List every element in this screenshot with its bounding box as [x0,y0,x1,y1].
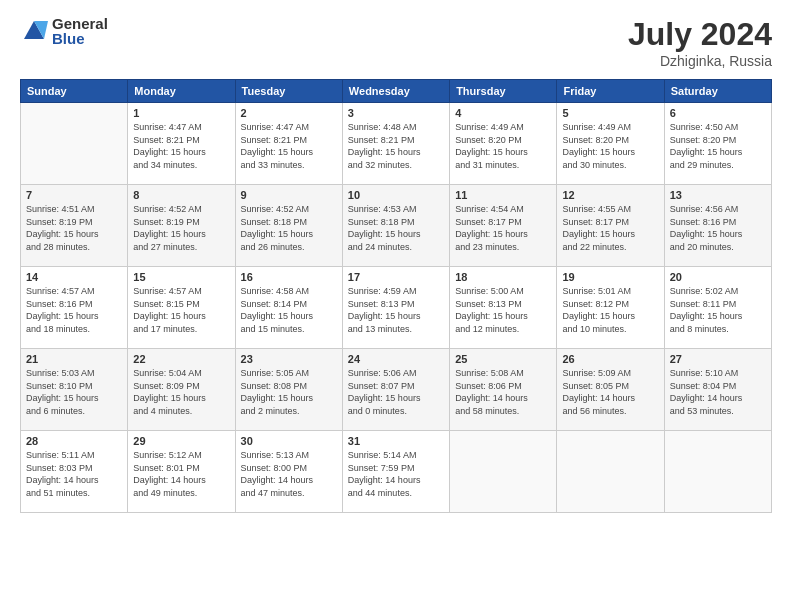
col-saturday: Saturday [664,80,771,103]
calendar-week-row: 7Sunrise: 4:51 AM Sunset: 8:19 PM Daylig… [21,185,772,267]
table-row: 13Sunrise: 4:56 AM Sunset: 8:16 PM Dayli… [664,185,771,267]
day-info: Sunrise: 5:00 AM Sunset: 8:13 PM Dayligh… [455,285,551,335]
day-number: 20 [670,271,766,283]
day-number: 3 [348,107,444,119]
calendar-week-row: 28Sunrise: 5:11 AM Sunset: 8:03 PM Dayli… [21,431,772,513]
day-number: 28 [26,435,122,447]
table-row: 6Sunrise: 4:50 AM Sunset: 8:20 PM Daylig… [664,103,771,185]
calendar-week-row: 14Sunrise: 4:57 AM Sunset: 8:16 PM Dayli… [21,267,772,349]
day-info: Sunrise: 5:06 AM Sunset: 8:07 PM Dayligh… [348,367,444,417]
table-row: 14Sunrise: 4:57 AM Sunset: 8:16 PM Dayli… [21,267,128,349]
day-number: 19 [562,271,658,283]
day-info: Sunrise: 4:51 AM Sunset: 8:19 PM Dayligh… [26,203,122,253]
logo: General Blue [20,16,108,46]
table-row: 31Sunrise: 5:14 AM Sunset: 7:59 PM Dayli… [342,431,449,513]
title-block: July 2024 Dzhiginka, Russia [628,16,772,69]
day-number: 25 [455,353,551,365]
day-number: 1 [133,107,229,119]
logo-general: General [52,16,108,31]
day-info: Sunrise: 5:02 AM Sunset: 8:11 PM Dayligh… [670,285,766,335]
table-row: 2Sunrise: 4:47 AM Sunset: 8:21 PM Daylig… [235,103,342,185]
day-info: Sunrise: 4:57 AM Sunset: 8:16 PM Dayligh… [26,285,122,335]
day-number: 14 [26,271,122,283]
day-number: 21 [26,353,122,365]
day-number: 27 [670,353,766,365]
col-wednesday: Wednesday [342,80,449,103]
day-info: Sunrise: 5:04 AM Sunset: 8:09 PM Dayligh… [133,367,229,417]
day-info: Sunrise: 4:47 AM Sunset: 8:21 PM Dayligh… [241,121,337,171]
day-number: 8 [133,189,229,201]
table-row [557,431,664,513]
col-monday: Monday [128,80,235,103]
table-row: 17Sunrise: 4:59 AM Sunset: 8:13 PM Dayli… [342,267,449,349]
day-info: Sunrise: 4:55 AM Sunset: 8:17 PM Dayligh… [562,203,658,253]
table-row: 11Sunrise: 4:54 AM Sunset: 8:17 PM Dayli… [450,185,557,267]
col-tuesday: Tuesday [235,80,342,103]
calendar-week-row: 21Sunrise: 5:03 AM Sunset: 8:10 PM Dayli… [21,349,772,431]
day-number: 30 [241,435,337,447]
table-row [664,431,771,513]
day-number: 10 [348,189,444,201]
table-row: 9Sunrise: 4:52 AM Sunset: 8:18 PM Daylig… [235,185,342,267]
day-number: 17 [348,271,444,283]
table-row: 4Sunrise: 4:49 AM Sunset: 8:20 PM Daylig… [450,103,557,185]
day-info: Sunrise: 5:09 AM Sunset: 8:05 PM Dayligh… [562,367,658,417]
day-info: Sunrise: 5:14 AM Sunset: 7:59 PM Dayligh… [348,449,444,499]
calendar-header-row: Sunday Monday Tuesday Wednesday Thursday… [21,80,772,103]
day-number: 12 [562,189,658,201]
table-row: 10Sunrise: 4:53 AM Sunset: 8:18 PM Dayli… [342,185,449,267]
day-number: 6 [670,107,766,119]
day-info: Sunrise: 5:10 AM Sunset: 8:04 PM Dayligh… [670,367,766,417]
day-number: 18 [455,271,551,283]
day-number: 24 [348,353,444,365]
day-info: Sunrise: 5:08 AM Sunset: 8:06 PM Dayligh… [455,367,551,417]
day-info: Sunrise: 4:52 AM Sunset: 8:19 PM Dayligh… [133,203,229,253]
table-row: 7Sunrise: 4:51 AM Sunset: 8:19 PM Daylig… [21,185,128,267]
calendar-week-row: 1Sunrise: 4:47 AM Sunset: 8:21 PM Daylig… [21,103,772,185]
day-info: Sunrise: 4:54 AM Sunset: 8:17 PM Dayligh… [455,203,551,253]
table-row: 25Sunrise: 5:08 AM Sunset: 8:06 PM Dayli… [450,349,557,431]
day-number: 22 [133,353,229,365]
day-number: 13 [670,189,766,201]
day-info: Sunrise: 4:52 AM Sunset: 8:18 PM Dayligh… [241,203,337,253]
table-row: 20Sunrise: 5:02 AM Sunset: 8:11 PM Dayli… [664,267,771,349]
table-row: 16Sunrise: 4:58 AM Sunset: 8:14 PM Dayli… [235,267,342,349]
table-row: 5Sunrise: 4:49 AM Sunset: 8:20 PM Daylig… [557,103,664,185]
day-info: Sunrise: 4:47 AM Sunset: 8:21 PM Dayligh… [133,121,229,171]
day-info: Sunrise: 5:13 AM Sunset: 8:00 PM Dayligh… [241,449,337,499]
table-row: 8Sunrise: 4:52 AM Sunset: 8:19 PM Daylig… [128,185,235,267]
day-info: Sunrise: 4:49 AM Sunset: 8:20 PM Dayligh… [562,121,658,171]
day-number: 2 [241,107,337,119]
logo-text: General Blue [52,16,108,46]
day-number: 5 [562,107,658,119]
day-number: 4 [455,107,551,119]
day-info: Sunrise: 5:01 AM Sunset: 8:12 PM Dayligh… [562,285,658,335]
day-number: 29 [133,435,229,447]
table-row: 21Sunrise: 5:03 AM Sunset: 8:10 PM Dayli… [21,349,128,431]
table-row: 28Sunrise: 5:11 AM Sunset: 8:03 PM Dayli… [21,431,128,513]
table-row: 19Sunrise: 5:01 AM Sunset: 8:12 PM Dayli… [557,267,664,349]
col-friday: Friday [557,80,664,103]
table-row: 1Sunrise: 4:47 AM Sunset: 8:21 PM Daylig… [128,103,235,185]
header: General Blue July 2024 Dzhiginka, Russia [20,16,772,69]
title-location: Dzhiginka, Russia [628,53,772,69]
table-row: 30Sunrise: 5:13 AM Sunset: 8:00 PM Dayli… [235,431,342,513]
table-row: 12Sunrise: 4:55 AM Sunset: 8:17 PM Dayli… [557,185,664,267]
day-number: 11 [455,189,551,201]
day-info: Sunrise: 4:49 AM Sunset: 8:20 PM Dayligh… [455,121,551,171]
page: General Blue July 2024 Dzhiginka, Russia… [0,0,792,612]
day-info: Sunrise: 5:12 AM Sunset: 8:01 PM Dayligh… [133,449,229,499]
day-number: 7 [26,189,122,201]
table-row: 22Sunrise: 5:04 AM Sunset: 8:09 PM Dayli… [128,349,235,431]
day-info: Sunrise: 4:58 AM Sunset: 8:14 PM Dayligh… [241,285,337,335]
day-info: Sunrise: 5:11 AM Sunset: 8:03 PM Dayligh… [26,449,122,499]
day-info: Sunrise: 5:03 AM Sunset: 8:10 PM Dayligh… [26,367,122,417]
table-row: 15Sunrise: 4:57 AM Sunset: 8:15 PM Dayli… [128,267,235,349]
table-row: 3Sunrise: 4:48 AM Sunset: 8:21 PM Daylig… [342,103,449,185]
day-number: 16 [241,271,337,283]
table-row: 26Sunrise: 5:09 AM Sunset: 8:05 PM Dayli… [557,349,664,431]
day-info: Sunrise: 4:53 AM Sunset: 8:18 PM Dayligh… [348,203,444,253]
day-info: Sunrise: 4:57 AM Sunset: 8:15 PM Dayligh… [133,285,229,335]
day-number: 26 [562,353,658,365]
table-row [450,431,557,513]
